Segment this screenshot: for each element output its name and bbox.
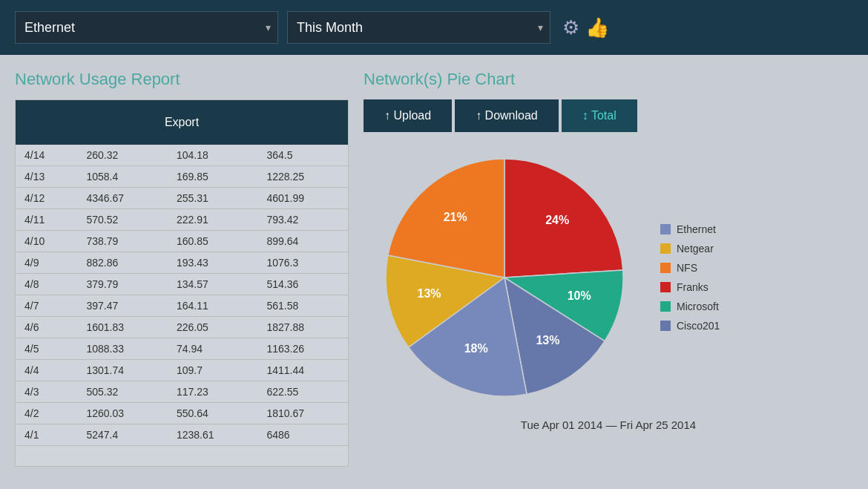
cell-download: 109.7 bbox=[168, 360, 258, 381]
cell-date: 4/5 bbox=[16, 338, 77, 360]
pie-label-microsoft: 10% bbox=[568, 289, 591, 302]
cell-upload: 1601.83 bbox=[77, 317, 168, 338]
right-panel: Network(s) Pie Chart ↑ Upload ↑ Download… bbox=[364, 70, 853, 474]
legend-color bbox=[660, 321, 671, 331]
cell-upload: 1260.03 bbox=[77, 403, 168, 424]
usage-table: Export bbox=[16, 100, 348, 145]
export-button[interactable]: Export bbox=[115, 106, 249, 139]
legend-label: Ethernet bbox=[677, 223, 716, 235]
table-row: 4/2 1260.03 550.64 1810.67 bbox=[16, 403, 348, 424]
cell-total: 1810.67 bbox=[257, 403, 348, 424]
legend-color bbox=[660, 224, 671, 234]
cell-total: 1163.26 bbox=[257, 338, 348, 360]
table-row: 4/14 260.32 104.18 364.5 bbox=[16, 145, 348, 166]
cell-download: 550.64 bbox=[168, 403, 258, 424]
cell-date: 4/6 bbox=[16, 317, 77, 338]
cell-date: 4/7 bbox=[16, 295, 77, 317]
table-row: 4/4 1301.74 109.7 1411.44 bbox=[16, 360, 348, 381]
cell-upload: 4346.67 bbox=[77, 188, 168, 209]
pie-label-franks: 24% bbox=[545, 214, 569, 226]
legend-item-cisco201: Cisco201 bbox=[660, 320, 720, 332]
cell-date: 4/2 bbox=[16, 403, 77, 424]
cell-total: 514.36 bbox=[257, 274, 348, 295]
cell-date: 4/10 bbox=[16, 231, 77, 252]
cell-download: 104.18 bbox=[168, 145, 258, 166]
pie-label-cisco201: 13% bbox=[536, 334, 559, 347]
cell-download: 255.31 bbox=[168, 188, 258, 209]
cell-total: 561.58 bbox=[257, 295, 348, 317]
cell-total: 622.55 bbox=[257, 381, 348, 403]
cell-total: 1076.3 bbox=[257, 252, 348, 274]
period-select[interactable]: This Month Last Month Last 3 Months This… bbox=[287, 11, 550, 44]
cell-download: 222.91 bbox=[168, 209, 258, 231]
settings-icon[interactable]: ⚙ bbox=[562, 16, 579, 39]
table-row: 4/1 5247.4 1238.61 6486 bbox=[16, 424, 348, 446]
cell-date: 4/4 bbox=[16, 360, 77, 381]
cell-upload: 379.79 bbox=[77, 274, 168, 295]
legend-color bbox=[660, 243, 671, 254]
data-table: 4/14 260.32 104.18 364.5 4/13 1058.4 169… bbox=[16, 145, 348, 446]
legend-item-ethernet: Ethernet bbox=[660, 223, 720, 235]
pie-label-nfs: 21% bbox=[444, 211, 467, 223]
table-row: 4/11 570.52 222.91 793.42 bbox=[16, 209, 348, 231]
cell-download: 160.85 bbox=[168, 231, 258, 252]
cell-download: 134.57 bbox=[168, 274, 258, 295]
pie-chart-area: 24%10%13%18%13%21% Ethernet Netgear NFS … bbox=[364, 144, 853, 411]
legend-label: Microsoft bbox=[677, 301, 719, 312]
cell-download: 193.43 bbox=[168, 252, 258, 274]
right-panel-title: Network(s) Pie Chart bbox=[364, 70, 853, 89]
cell-download: 226.05 bbox=[168, 317, 258, 338]
table-row: 4/5 1088.33 74.94 1163.26 bbox=[16, 338, 348, 360]
header-icons: ⚙ 👍 bbox=[562, 16, 609, 39]
date-range: Tue Apr 01 2014 — Fri Apr 25 2014 bbox=[364, 419, 853, 431]
cell-date: 4/3 bbox=[16, 381, 77, 403]
cell-total: 1228.25 bbox=[257, 166, 348, 188]
download-button[interactable]: ↑ Download bbox=[455, 99, 559, 132]
pie-label-netgear: 13% bbox=[417, 287, 441, 300]
pie-chart: 24%10%13%18%13%21% bbox=[371, 144, 638, 411]
table-container: Export 4/14 260.32 104.18 364.5 4/13 105… bbox=[15, 99, 349, 467]
header: Ethernet Netgear NFS Franks Microsoft Ci… bbox=[0, 0, 868, 55]
table-scroll[interactable]: 4/14 260.32 104.18 364.5 4/13 1058.4 169… bbox=[16, 145, 348, 467]
table-row: 4/3 505.32 117.23 622.55 bbox=[16, 381, 348, 403]
network-select[interactable]: Ethernet Netgear NFS Franks Microsoft Ci… bbox=[15, 11, 278, 44]
cell-total: 1411.44 bbox=[257, 360, 348, 381]
cell-download: 1238.61 bbox=[168, 424, 258, 446]
legend-color bbox=[660, 282, 671, 292]
cell-total: 4601.99 bbox=[257, 188, 348, 209]
cell-total: 1827.88 bbox=[257, 317, 348, 338]
table-row: 4/13 1058.4 169.85 1228.25 bbox=[16, 166, 348, 188]
cell-date: 4/11 bbox=[16, 209, 77, 231]
left-panel-title: Network Usage Report bbox=[15, 70, 349, 89]
cell-upload: 505.32 bbox=[77, 381, 168, 403]
table-row: 4/12 4346.67 255.31 4601.99 bbox=[16, 188, 348, 209]
cell-date: 4/9 bbox=[16, 252, 77, 274]
total-button[interactable]: ↕ Total bbox=[562, 99, 637, 132]
pie-buttons: ↑ Upload ↑ Download ↕ Total bbox=[364, 99, 853, 132]
cell-date: 4/1 bbox=[16, 424, 77, 446]
cell-download: 74.94 bbox=[168, 338, 258, 360]
cell-download: 169.85 bbox=[168, 166, 258, 188]
legend-item-nfs: NFS bbox=[660, 262, 720, 274]
cell-download: 117.23 bbox=[168, 381, 258, 403]
cell-upload: 1058.4 bbox=[77, 166, 168, 188]
legend-label: Netgear bbox=[677, 243, 714, 255]
left-panel: Network Usage Report Export 4/14 260.32 … bbox=[15, 70, 349, 474]
legend-label: Cisco201 bbox=[677, 320, 720, 332]
table-row: 4/9 882.86 193.43 1076.3 bbox=[16, 252, 348, 274]
cell-upload: 1088.33 bbox=[77, 338, 168, 360]
upload-button[interactable]: ↑ Upload bbox=[364, 99, 452, 132]
cell-total: 364.5 bbox=[257, 145, 348, 166]
pie-label-ethernet: 18% bbox=[464, 342, 488, 355]
legend-label: Franks bbox=[677, 281, 708, 293]
like-icon[interactable]: 👍 bbox=[585, 16, 609, 39]
legend-label: NFS bbox=[677, 262, 697, 274]
cell-upload: 397.47 bbox=[77, 295, 168, 317]
cell-date: 4/12 bbox=[16, 188, 77, 209]
legend: Ethernet Netgear NFS Franks Microsoft Ci… bbox=[660, 223, 720, 332]
cell-date: 4/13 bbox=[16, 166, 77, 188]
cell-total: 899.64 bbox=[257, 231, 348, 252]
table-row: 4/6 1601.83 226.05 1827.88 bbox=[16, 317, 348, 338]
cell-upload: 1301.74 bbox=[77, 360, 168, 381]
cell-upload: 260.32 bbox=[77, 145, 168, 166]
